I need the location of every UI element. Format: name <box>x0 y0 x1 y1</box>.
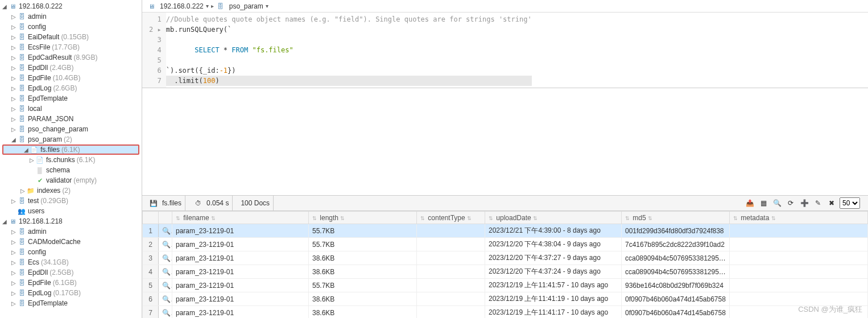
sort-icon[interactable]: ⇅ <box>648 216 652 221</box>
limit-select[interactable]: 50 <box>840 197 860 209</box>
view-doc-icon[interactable]: 🔍 <box>159 224 172 238</box>
tree-item[interactable]: ▷🗄PARAM_JSON <box>0 114 142 124</box>
save-icon[interactable]: 💾 <box>149 199 158 208</box>
chevron-icon[interactable]: ▷ <box>10 259 17 266</box>
column-header[interactable]: ⇅ filename ⇅ <box>172 212 309 224</box>
tree-item[interactable]: ▷📁indexes (2) <box>0 185 142 196</box>
chevron-icon[interactable]: ▷ <box>10 198 17 204</box>
column-header[interactable]: ⇅ contentType ⇅ <box>417 212 485 224</box>
add-button[interactable]: ➕ <box>799 197 810 209</box>
tree-server[interactable]: ◢🖥192.168.1.218 <box>0 216 142 226</box>
tree-item[interactable]: ▷🗄Ecs (34.1GB) <box>0 257 142 267</box>
edit-button[interactable]: ✎ <box>812 197 824 209</box>
chevron-icon[interactable]: ▷ <box>10 116 17 122</box>
view-doc-icon[interactable]: 🔍 <box>159 306 172 319</box>
tree-item[interactable]: ▷🗄admin <box>0 226 142 237</box>
chevron-icon[interactable]: ▷ <box>10 24 17 30</box>
chevron-icon[interactable]: ▷ <box>10 290 17 296</box>
chevron-icon[interactable]: ▷ <box>10 126 17 133</box>
sort-icon[interactable]: ⇅ <box>733 216 738 221</box>
chevron-icon[interactable]: ◢ <box>23 147 30 153</box>
tree-item[interactable]: ▒schema <box>0 165 142 175</box>
chevron-icon[interactable]: ▷ <box>10 249 17 255</box>
sort-icon[interactable]: ⇅ <box>489 216 493 221</box>
chevron-icon[interactable]: ◢ <box>1 3 8 10</box>
view-doc-icon[interactable]: 🔍 <box>159 292 172 306</box>
breadcrumb-server[interactable]: 192.168.0.222 <box>160 2 204 10</box>
chevron-icon[interactable]: ◢ <box>10 137 17 143</box>
export-button[interactable]: 📤 <box>744 197 755 209</box>
tree-item[interactable]: ▷🗄EpdDll (2.4GB) <box>0 63 142 73</box>
chevron-icon[interactable]: ▷ <box>10 239 17 245</box>
table-row[interactable]: 5🔍param_23-1219-0155.7KB2023/12/19 上午11:… <box>143 279 868 292</box>
table-row[interactable]: 1🔍param_23-1219-0155.7KB2023/12/21 下午4:3… <box>143 224 868 238</box>
tree-item[interactable]: ◢🗄pso_param (2) <box>0 134 142 144</box>
sidebar-tree[interactable]: ◢🖥192.168.0.222▷🗄admin▷🗄config▷🗄EaiDefau… <box>0 0 142 318</box>
tree-item[interactable]: ▷🗄EpdTemplate <box>0 298 142 308</box>
column-header[interactable]: ⇅ metadata ⇅ <box>730 212 868 224</box>
tree-item[interactable]: ▷🗄admin <box>0 11 142 22</box>
sort-icon[interactable]: ⇅ <box>340 216 345 221</box>
chevron-icon[interactable]: ▷ <box>10 34 17 40</box>
tree-item[interactable]: ✔validator (empty) <box>0 175 142 185</box>
chevron-icon[interactable]: ▷ <box>10 44 17 51</box>
breadcrumb-db[interactable]: pso_param <box>229 2 263 10</box>
sort-icon[interactable]: ⇅ <box>533 216 538 221</box>
sort-icon[interactable]: ⇅ <box>771 216 776 221</box>
chevron-icon[interactable]: ▷ <box>10 229 17 235</box>
tree-item[interactable]: ▷🗄EcsFile (17.7GB) <box>0 42 142 52</box>
refresh-button[interactable]: ⟳ <box>785 197 796 209</box>
chevron-icon[interactable]: ▷ <box>10 270 17 276</box>
tree-item[interactable]: ▷🗄config <box>0 22 142 32</box>
sort-icon[interactable]: ⇅ <box>176 216 180 221</box>
chevron-icon[interactable]: ◢ <box>1 218 8 225</box>
tree-item[interactable]: ▷🗄CADModelCache <box>0 237 142 247</box>
tree-item[interactable]: ▷🗄config <box>0 247 142 257</box>
table-row[interactable]: 4🔍param_23-1219-0138.6KB2023/12/20 下午4:3… <box>143 265 868 279</box>
grid-view-button[interactable]: ▦ <box>758 197 769 209</box>
tree-item[interactable]: ▷🗄local <box>0 104 142 114</box>
sort-icon[interactable]: ⇅ <box>625 216 630 221</box>
tree-item[interactable]: ▷🗄EpdFile (6.1GB) <box>0 278 142 288</box>
tree-item[interactable]: ▷🗄EpdFile (10.4GB) <box>0 73 142 83</box>
tree-item[interactable]: ▷🗄EpdLog (2.6GB) <box>0 83 142 93</box>
view-doc-icon[interactable]: 🔍 <box>159 265 172 279</box>
tree-item[interactable]: ▷🗄EaiDefault (0.15GB) <box>0 32 142 42</box>
table-row[interactable]: 2🔍param_23-1219-0155.7KB2023/12/20 下午4:3… <box>143 238 868 251</box>
column-header[interactable]: ⇅ length ⇅ <box>309 212 417 224</box>
tree-item[interactable]: 👥users <box>0 206 142 216</box>
sort-icon[interactable]: ⇅ <box>312 216 317 221</box>
tree-server[interactable]: ◢🖥192.168.0.222 <box>0 1 142 11</box>
tree-item[interactable]: ▷🗄EpdCadResult (8.9GB) <box>0 52 142 63</box>
view-doc-icon[interactable]: 🔍 <box>159 238 172 251</box>
view-doc-icon[interactable]: 🔍 <box>159 279 172 292</box>
chevron-icon[interactable]: ▷ <box>10 106 17 112</box>
sql-editor[interactable]: 12 ▸34567 //Double quotes quote object n… <box>142 13 868 88</box>
tree-item[interactable]: ▷🗄EpdDll (2.5GB) <box>0 267 142 278</box>
search-button[interactable]: 🔍 <box>771 197 783 209</box>
column-header[interactable]: ⇅ md5 ⇅ <box>622 212 730 224</box>
table-row[interactable]: 3🔍param_23-1219-0138.6KB2023/12/20 下午4:3… <box>143 251 868 265</box>
chevron-icon[interactable]: ▷ <box>10 55 17 61</box>
tree-item[interactable]: ▷🗄EpdLog (0.17GB) <box>0 288 142 298</box>
delete-button[interactable]: ✖ <box>826 197 837 209</box>
chevron-icon[interactable]: ▷ <box>10 96 17 102</box>
table-row[interactable]: 6🔍param_23-1219-0138.6KB2023/12/19 上午11:… <box>143 292 868 306</box>
chevron-icon[interactable]: ▷ <box>10 280 17 286</box>
chevron-icon[interactable]: ▷ <box>10 14 17 20</box>
chevron-icon[interactable]: ▷ <box>10 85 17 92</box>
view-doc-icon[interactable]: 🔍 <box>159 251 172 265</box>
sort-icon[interactable]: ⇅ <box>467 216 472 221</box>
tree-item[interactable]: ▷🗄EpdTemplate <box>0 93 142 104</box>
tree-item[interactable]: ▷🗄test (0.29GB) <box>0 196 142 206</box>
tree-item[interactable]: ▷📄fs.chunks (6.1K) <box>0 155 142 165</box>
results-grid[interactable]: ⇅ filename ⇅⇅ length ⇅⇅ contentType ⇅⇅ u… <box>142 211 868 318</box>
tree-item[interactable]: ◢📄fs.files (6.1K) <box>2 144 139 155</box>
chevron-icon[interactable]: ▷ <box>10 75 17 81</box>
chevron-icon[interactable]: ▷ <box>10 65 17 71</box>
chevron-icon[interactable]: ▷ <box>10 300 17 307</box>
sort-icon[interactable]: ⇅ <box>420 216 425 221</box>
chevron-icon[interactable]: ▷ <box>28 157 35 163</box>
tree-item[interactable]: ▷🗄pso_change_param <box>0 124 142 134</box>
column-header[interactable]: ⇅ uploadDate ⇅ <box>485 212 622 224</box>
